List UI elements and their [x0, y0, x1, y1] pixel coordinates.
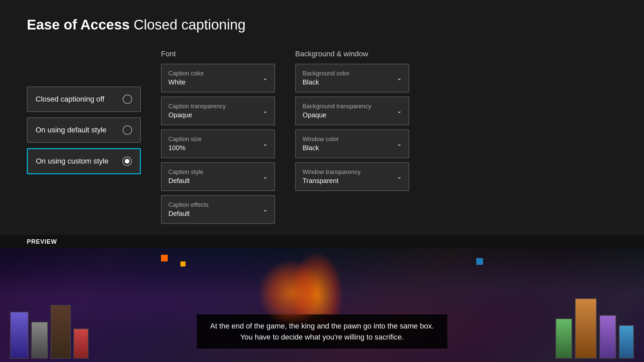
caption-style-dropdown[interactable]: Caption style Default ⌄: [161, 162, 275, 191]
caption-style-arrow: ⌄: [263, 173, 268, 180]
window-transparency-content: Window transparency Transparent: [303, 169, 361, 185]
radio-option-custom[interactable]: On using custom style: [27, 148, 141, 174]
window-color-content: Window color Black: [303, 136, 339, 152]
caption-line1: At the end of the game, the king and the…: [210, 320, 434, 343]
preview-label: PREVIEW: [0, 235, 644, 248]
bg-color-arrow: ⌄: [397, 74, 402, 82]
title-bold: Ease of Access: [27, 17, 130, 33]
preview-section: PREVIEW: [0, 235, 644, 362]
caption-transparency-dropdown[interactable]: Caption transparency Opaque ⌄: [161, 97, 275, 125]
caption-style-content: Caption style Default: [168, 169, 203, 185]
main-content: Closed captioning off On using default s…: [0, 43, 644, 235]
caption-effects-dropdown[interactable]: Caption effects Default ⌄: [161, 195, 275, 224]
caption-effects-arrow: ⌄: [263, 206, 268, 213]
bg-color-content: Background color Black: [303, 70, 350, 86]
window-transparency-arrow: ⌄: [397, 173, 402, 180]
caption-size-arrow: ⌄: [263, 140, 268, 147]
radio-circle-off: [123, 95, 132, 104]
caption-transparency-content: Caption transparency Opaque: [168, 103, 226, 119]
radio-circle-default: [123, 125, 132, 135]
page-title: Ease of Access Closed captioning: [27, 17, 617, 33]
caption-size-dropdown[interactable]: Caption size 100% ⌄: [161, 129, 275, 158]
bg-transparency-dropdown[interactable]: Background transparency Opaque ⌄: [295, 97, 409, 125]
caption-transparency-arrow: ⌄: [263, 107, 268, 115]
caption-color-arrow: ⌄: [263, 74, 268, 82]
preview-image: At the end of the game, the king and the…: [0, 248, 644, 362]
radio-circle-custom: [122, 157, 132, 166]
bg-window-panel: Background & window Background color Bla…: [295, 50, 409, 228]
caption-color-dropdown[interactable]: Caption color White ⌄: [161, 64, 275, 93]
window-transparency-dropdown[interactable]: Window transparency Transparent ⌄: [295, 162, 409, 191]
font-panel: Font Caption color White ⌄ Caption trans…: [161, 50, 275, 228]
bg-transparency-arrow: ⌄: [397, 107, 402, 115]
font-section-label: Font: [161, 50, 275, 58]
bg-transparency-content: Background transparency Opaque: [303, 103, 371, 119]
window-color-arrow: ⌄: [397, 140, 402, 147]
radio-option-off[interactable]: Closed captioning off: [27, 86, 141, 112]
caption-size-content: Caption size 100%: [168, 136, 202, 152]
header: Ease of Access Closed captioning: [0, 0, 644, 43]
page-container: Ease of Access Closed captioning Closed …: [0, 0, 644, 362]
title-regular: Closed captioning: [130, 17, 246, 33]
bg-window-section-label: Background & window: [295, 50, 409, 58]
caption-overlay: At the end of the game, the king and the…: [197, 314, 447, 349]
caption-effects-content: Caption effects Default: [168, 201, 209, 218]
radio-option-default[interactable]: On using default style: [27, 117, 141, 143]
caption-color-content: Caption color White: [168, 70, 204, 86]
bg-color-dropdown[interactable]: Background color Black ⌄: [295, 64, 409, 93]
left-panel: Closed captioning off On using default s…: [27, 50, 141, 228]
window-color-dropdown[interactable]: Window color Black ⌄: [295, 129, 409, 158]
